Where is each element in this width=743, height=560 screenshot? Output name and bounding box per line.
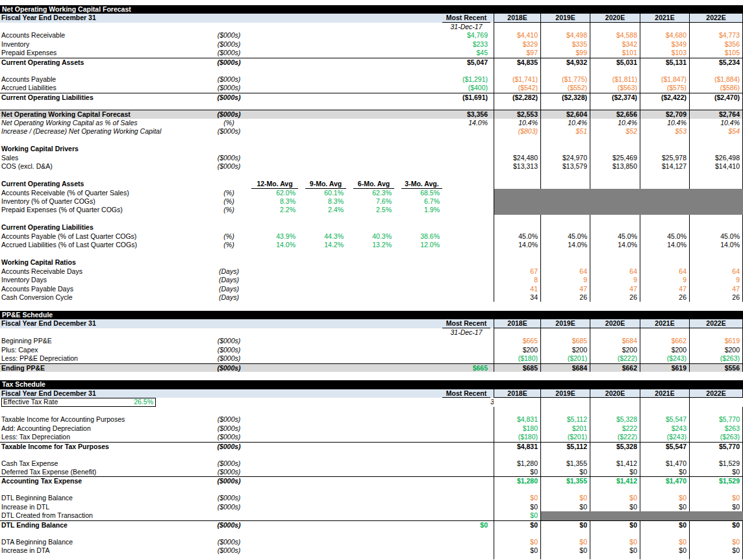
value-cell[interactable]: $335 — [540, 40, 590, 49]
value-cell[interactable]: ($201) — [540, 433, 590, 441]
value-cell[interactable]: $5,770 — [689, 443, 743, 450]
most-recent-cell[interactable]: $4,769 — [442, 31, 490, 40]
value-cell[interactable]: 45.0% — [689, 232, 743, 241]
value-cell[interactable]: $329 — [494, 40, 540, 49]
most-recent-cell[interactable]: ($400) — [442, 84, 490, 92]
value-cell[interactable]: ($586) — [689, 84, 743, 92]
avg-value-cell[interactable]: 62.3% — [346, 189, 394, 197]
value-cell[interactable]: $2,656 — [590, 110, 640, 118]
value-cell[interactable]: $200 — [689, 346, 743, 354]
value-cell[interactable]: $0 — [540, 538, 590, 546]
most-recent-cell[interactable]: 14.0% — [442, 119, 490, 127]
most-recent-cell[interactable]: $665 — [442, 364, 490, 372]
value-cell[interactable]: ($243) — [640, 433, 689, 441]
value-cell[interactable]: ($2,282) — [494, 93, 540, 101]
value-cell[interactable]: 64 — [640, 267, 689, 276]
value-cell[interactable]: 45.0% — [590, 232, 640, 241]
avg-value-cell[interactable]: 62.0% — [250, 189, 298, 197]
value-cell[interactable]: $0 — [494, 468, 540, 476]
value-cell[interactable]: $685 — [540, 337, 590, 345]
effective-tax-rate-value[interactable]: 26.5% — [134, 398, 153, 406]
value-cell[interactable]: $0 — [590, 538, 640, 546]
value-cell[interactable]: $5,547 — [640, 443, 689, 450]
value-cell[interactable]: $662 — [640, 337, 689, 345]
value-cell[interactable]: $263 — [689, 424, 743, 433]
value-cell[interactable]: $103 — [640, 49, 689, 57]
value-cell[interactable]: ($263) — [689, 354, 743, 363]
value-cell[interactable]: 14.0% — [540, 241, 590, 249]
value-cell[interactable]: $0 — [689, 503, 743, 511]
value-cell[interactable]: $4,773 — [689, 31, 743, 40]
avg-value-cell[interactable]: 2.5% — [346, 206, 394, 214]
value-cell[interactable]: ($1,847) — [640, 75, 689, 84]
value-cell[interactable]: 45.0% — [494, 232, 540, 241]
value-cell[interactable]: $0 — [689, 468, 743, 476]
value-cell[interactable]: $0 — [494, 546, 540, 555]
value-cell[interactable]: ($1,775) — [540, 75, 590, 84]
value-cell[interactable]: ($243) — [640, 354, 689, 363]
value-cell[interactable]: $556 — [689, 364, 743, 372]
value-cell[interactable]: $2,709 — [640, 110, 689, 118]
value-cell[interactable]: ($2,422) — [640, 93, 689, 101]
value-cell[interactable]: $25,978 — [640, 154, 689, 162]
value-cell[interactable]: $619 — [640, 364, 689, 372]
value-cell[interactable]: $200 — [590, 346, 640, 354]
value-cell[interactable]: $1,280 — [494, 477, 540, 485]
value-cell[interactable]: $201 — [540, 424, 590, 433]
value-cell[interactable]: 26 — [689, 293, 743, 302]
avg-value-cell[interactable]: 2.4% — [298, 206, 346, 214]
value-cell[interactable]: $662 — [590, 364, 640, 372]
value-cell[interactable]: $25,469 — [590, 154, 640, 162]
value-cell[interactable]: $4,498 — [540, 31, 590, 40]
col-header-year-2020e[interactable]: 2020E — [590, 14, 640, 22]
value-cell[interactable]: $1,412 — [590, 477, 640, 485]
value-cell[interactable]: $1,355 — [540, 459, 590, 468]
value-cell[interactable]: $356 — [689, 40, 743, 49]
value-cell[interactable]: 10.4% — [494, 119, 540, 127]
value-cell[interactable]: $14,127 — [640, 162, 689, 171]
value-cell[interactable]: ($2,328) — [540, 93, 590, 101]
value-cell[interactable]: $5,112 — [540, 443, 590, 450]
value-cell[interactable]: $200 — [540, 346, 590, 354]
value-cell[interactable]: ($201) — [540, 354, 590, 363]
col-header-year-2021e[interactable]: 2021E — [640, 389, 689, 398]
value-cell[interactable]: 26 — [640, 293, 689, 302]
value-cell[interactable]: $685 — [494, 364, 540, 372]
value-cell[interactable]: ($222) — [590, 354, 640, 363]
col-header-year-2018e[interactable]: 2018E — [494, 319, 540, 328]
value-cell[interactable]: $24,480 — [494, 154, 540, 162]
value-cell[interactable]: 14.0% — [590, 241, 640, 249]
avg-value-cell[interactable]: 7.6% — [346, 197, 394, 206]
col-header-year-2020e[interactable]: 2020E — [590, 319, 640, 328]
col-header-year-2022e[interactable]: 2022E — [689, 389, 743, 398]
col-header-year-2020e[interactable]: 2020E — [590, 389, 640, 398]
value-cell[interactable]: $0 — [540, 546, 590, 555]
value-cell[interactable]: $0 — [540, 521, 590, 529]
value-cell[interactable]: 9 — [640, 276, 689, 284]
value-cell[interactable]: $619 — [689, 337, 743, 345]
value-cell[interactable]: $53 — [640, 127, 689, 136]
value-cell[interactable]: $222 — [590, 424, 640, 433]
value-cell[interactable]: $5,112 — [540, 415, 590, 424]
value-cell[interactable]: 9 — [540, 276, 590, 284]
value-cell[interactable]: $24,970 — [540, 154, 590, 162]
value-cell[interactable]: 14.0% — [494, 241, 540, 249]
value-cell[interactable]: $0 — [640, 538, 689, 546]
value-cell[interactable]: $101 — [590, 49, 640, 57]
value-cell[interactable]: $4,835 — [494, 58, 540, 66]
value-cell[interactable]: $14,410 — [689, 162, 743, 171]
value-cell[interactable]: 64 — [540, 267, 590, 276]
value-cell[interactable]: 14.0% — [689, 241, 743, 249]
col-header-year-2019e[interactable]: 2019E — [540, 14, 590, 22]
value-cell[interactable]: 10.4% — [590, 119, 640, 127]
value-cell[interactable]: ($552) — [540, 84, 590, 92]
value-cell[interactable]: $1,529 — [689, 459, 743, 468]
value-cell[interactable]: $0 — [689, 521, 743, 529]
value-cell[interactable]: $1,355 — [540, 477, 590, 485]
value-cell[interactable]: ($263) — [689, 433, 743, 441]
value-cell[interactable]: $26,498 — [689, 154, 743, 162]
value-cell[interactable]: ($1,811) — [590, 75, 640, 84]
col-header-year-2018e[interactable]: 2018E — [494, 14, 540, 22]
avg-value-cell[interactable]: 68.5% — [394, 189, 442, 197]
value-cell[interactable]: $4,932 — [540, 58, 590, 66]
